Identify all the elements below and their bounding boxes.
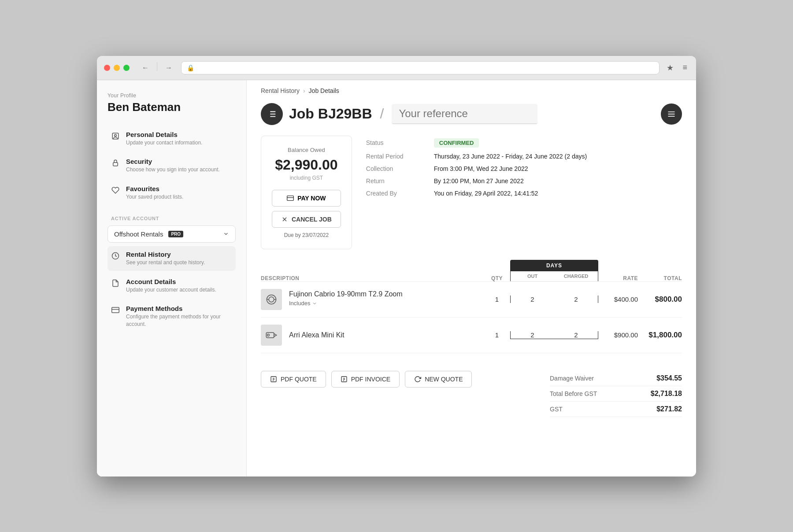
forward-button[interactable]: → (162, 62, 176, 74)
item-out-fujinon: 2 (511, 296, 554, 303)
created-label: Created By (366, 190, 423, 197)
item-qty-arri: 1 (484, 331, 510, 339)
action-buttons: PDF QUOTE PDF INVOICE (261, 371, 472, 388)
item-qty-fujinon: 1 (484, 296, 510, 303)
table-row: Arri Alexa Mini Kit 1 2 2 $900.00 $1,800… (261, 318, 682, 353)
breadcrumb: Rental History › Job Details (247, 80, 696, 94)
new-quote-label: NEW QUOTE (425, 376, 463, 383)
cancel-label: CANCEL JOB (292, 216, 332, 223)
pay-now-button[interactable]: PAY NOW (272, 190, 341, 207)
collection-label: Collection (366, 165, 423, 172)
pro-badge: PRO (168, 231, 183, 237)
back-button[interactable]: ← (138, 62, 152, 74)
balance-amount: $2,990.00 (272, 157, 341, 173)
page-header: Job BJ29BB / (247, 94, 696, 125)
x-icon (281, 216, 288, 223)
pdf-quote-icon (270, 376, 277, 383)
svg-rect-4 (112, 307, 119, 313)
item-total-arri: $1,800.00 (638, 331, 682, 340)
balance-card: Balance Owed $2,990.00 including GST PAY… (261, 136, 352, 249)
col-rate-header: RATE (598, 275, 638, 281)
browser-menu-button[interactable]: ≡ (681, 61, 689, 74)
close-traffic-light[interactable] (104, 65, 110, 71)
account-details-text: Account Details Update your customer acc… (126, 278, 216, 294)
new-quote-button[interactable]: NEW QUOTE (405, 371, 472, 388)
sidebar-item-personal-details[interactable]: Personal Details Update your contact inf… (107, 126, 236, 151)
collection-value: From 3:00 PM, Wed 22 June 2022 (434, 165, 528, 172)
return-row: Return By 12:00 PM, Mon 27 June 2022 (366, 175, 682, 187)
star-button[interactable]: ★ (665, 61, 675, 74)
item-days-arri: 2 2 (510, 331, 598, 339)
created-value: You on Friday, 29 April 2022, 14:41:52 (434, 190, 538, 197)
rental-period-row: Rental Period Thursday, 23 June 2022 - F… (366, 150, 682, 163)
job-reference-input[interactable] (392, 104, 537, 124)
sidebar: Your Profile Ben Bateman Personal Detail… (97, 80, 247, 477)
cancel-job-button[interactable]: CANCEL JOB (272, 211, 341, 228)
sidebar-item-security[interactable]: Security Choose how you sign into your a… (107, 153, 236, 178)
lock-icon (111, 159, 120, 167)
pdf-invoice-label: PDF INVOICE (351, 376, 390, 383)
days-header: DAYS (510, 260, 598, 271)
gst-value: $271.82 (656, 405, 682, 413)
job-details: Status CONFIRMED Rental Period Thursday,… (366, 136, 682, 249)
return-label: Return (366, 177, 423, 185)
item-days-fujinon: 2 2 (510, 296, 598, 303)
sidebar-item-rental-history[interactable]: Rental History See your rental and quote… (107, 246, 236, 271)
svg-point-19 (269, 297, 274, 302)
item-name-fujinon: Fujinon Cabrio 19-90mm T2.9 Zoom (289, 290, 484, 298)
return-value: By 12:00 PM, Mon 27 June 2022 (434, 177, 524, 185)
account-selector[interactable]: Offshoot Rentals PRO (107, 225, 236, 243)
job-title: Job BJ29BB (289, 106, 372, 122)
payment-methods-text: Payment Methods Configure the payment me… (126, 305, 232, 328)
items-section: DESCRIPTION QTY DAYS OUT CHARGED RATE TO… (247, 260, 696, 364)
personal-details-text: Personal Details Update your contact inf… (126, 131, 202, 147)
svg-rect-15 (287, 196, 294, 200)
svg-point-1 (115, 134, 117, 137)
chevron-down-icon (223, 231, 229, 237)
minimize-traffic-light[interactable] (114, 65, 120, 71)
sidebar-item-payment-methods[interactable]: Payment Methods Configure the payment me… (107, 300, 236, 332)
person-icon (111, 132, 120, 140)
svg-point-24 (267, 334, 270, 336)
pdf-quote-button[interactable]: PDF QUOTE (261, 371, 326, 388)
browser-titlebar: ← → 🔒 ★ ≡ (97, 56, 696, 80)
balance-label: Balance Owed (272, 147, 341, 153)
col-out-header: OUT (511, 271, 554, 281)
includes-button-fujinon[interactable]: Includes (289, 298, 317, 308)
refresh-icon (414, 376, 421, 383)
damage-waiver-row: Damage Waiver $354.55 (550, 371, 682, 386)
job-icon (261, 103, 283, 125)
svg-rect-2 (113, 163, 118, 166)
total-before-gst-label: Total Before GST (550, 390, 597, 397)
traffic-lights (104, 65, 130, 71)
breadcrumb-job-details: Job Details (309, 87, 339, 94)
sidebar-item-favourites[interactable]: Favourites Your saved product lists. (107, 181, 236, 205)
job-title-separator: / (380, 106, 384, 122)
total-before-gst-row: Total Before GST $2,718.18 (550, 386, 682, 402)
rental-history-text: Rental History See your rental and quote… (126, 251, 205, 266)
col-qty-header: QTY (484, 275, 510, 281)
sidebar-item-account-details[interactable]: Account Details Update your customer acc… (107, 273, 236, 298)
credit-card-icon (287, 195, 294, 202)
job-menu-button[interactable] (661, 103, 682, 125)
item-total-fujinon: $800.00 (638, 295, 682, 304)
fullscreen-traffic-light[interactable] (123, 65, 130, 71)
lock-icon: 🔒 (187, 64, 194, 71)
item-name-area-arri: Arri Alexa Mini Kit (289, 331, 484, 339)
heart-icon (111, 186, 120, 195)
address-bar[interactable]: 🔒 (181, 61, 660, 74)
table-header: DESCRIPTION QTY DAYS OUT CHARGED RATE TO… (261, 260, 682, 282)
collection-row: Collection From 3:00 PM, Wed 22 June 202… (366, 163, 682, 175)
item-name-arri: Arri Alexa Mini Kit (289, 331, 484, 339)
pay-now-label: PAY NOW (297, 195, 326, 202)
col-description-header: DESCRIPTION (261, 275, 484, 281)
due-date: Due by 23/07/2022 (272, 232, 341, 238)
pdf-invoice-button[interactable]: PDF INVOICE (331, 371, 400, 388)
item-name-area-fujinon: Fujinon Cabrio 19-90mm T2.9 Zoom Include… (289, 290, 484, 308)
sidebar-username: Ben Bateman (107, 100, 236, 114)
history-icon (111, 251, 120, 260)
item-image-arri (261, 325, 282, 346)
security-text: Security Choose how you sign into your a… (126, 158, 220, 174)
breadcrumb-rental-history[interactable]: Rental History (261, 87, 300, 94)
table-row: Fujinon Cabrio 19-90mm T2.9 Zoom Include… (261, 282, 682, 318)
